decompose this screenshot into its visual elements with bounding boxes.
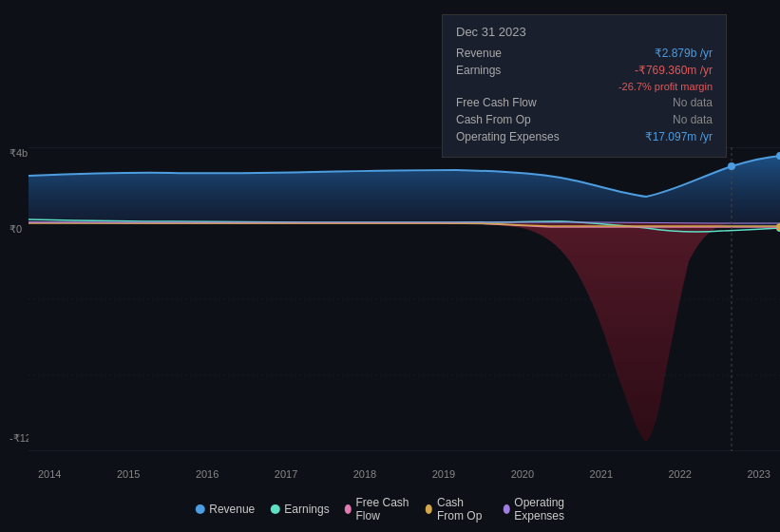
legend-label-fcf: Free Cash Flow bbox=[355, 496, 410, 522]
legend-label-cashfromop: Cash From Op bbox=[437, 496, 488, 522]
tooltip-label-revenue: Revenue bbox=[456, 47, 570, 60]
tooltip-value-revenue: ₹2.879b /yr bbox=[655, 47, 713, 60]
tooltip-label-earnings: Earnings bbox=[456, 64, 570, 77]
tooltip-row-earnings: Earnings -₹769.360m /yr bbox=[456, 64, 713, 77]
tooltip-row-cashfromop: Cash From Op No data bbox=[456, 113, 713, 126]
x-label-2018: 2018 bbox=[353, 468, 376, 480]
legend-label-revenue: Revenue bbox=[209, 503, 255, 516]
x-axis-labels: 2014 2015 2016 2017 2018 2019 2020 2021 … bbox=[38, 468, 770, 480]
x-label-2019: 2019 bbox=[432, 468, 455, 480]
legend-item-opex[interactable]: Operating Expenses bbox=[503, 496, 584, 522]
tooltip-row-opex: Operating Expenses ₹17.097m /yr bbox=[456, 130, 713, 143]
x-label-2015: 2015 bbox=[117, 468, 140, 480]
y-label-mid: ₹0 bbox=[10, 223, 22, 236]
tooltip-label-opex: Operating Expenses bbox=[456, 130, 570, 143]
tooltip-label-fcf: Free Cash Flow bbox=[456, 96, 570, 109]
legend-dot-fcf bbox=[345, 504, 352, 514]
legend-label-earnings: Earnings bbox=[284, 503, 329, 516]
tooltip-value-opex: ₹17.097m /yr bbox=[645, 130, 713, 143]
tooltip-row-margin: -26.7% profit margin bbox=[456, 81, 713, 92]
tooltip-box: Dec 31 2023 Revenue ₹2.879b /yr Earnings… bbox=[442, 14, 727, 158]
tooltip-label-cashfromop: Cash From Op bbox=[456, 113, 570, 126]
tooltip-row-revenue: Revenue ₹2.879b /yr bbox=[456, 47, 713, 60]
x-label-2023: 2023 bbox=[747, 468, 770, 480]
legend-item-revenue[interactable]: Revenue bbox=[195, 503, 255, 516]
tooltip-value-fcf: No data bbox=[673, 96, 713, 109]
x-label-2017: 2017 bbox=[275, 468, 297, 480]
main-chart-svg bbox=[29, 147, 780, 451]
x-label-2022: 2022 bbox=[669, 468, 692, 480]
legend-item-earnings[interactable]: Earnings bbox=[270, 503, 329, 516]
tooltip-value-earnings: -₹769.360m /yr bbox=[635, 64, 713, 77]
chart-container: Dec 31 2023 Revenue ₹2.879b /yr Earnings… bbox=[0, 0, 780, 532]
legend-item-fcf[interactable]: Free Cash Flow bbox=[345, 496, 411, 522]
tooltip-row-fcf: Free Cash Flow No data bbox=[456, 96, 713, 109]
svg-point-8 bbox=[728, 162, 735, 170]
x-label-2014: 2014 bbox=[38, 468, 61, 480]
legend-dot-opex bbox=[503, 504, 509, 514]
legend-label-opex: Operating Expenses bbox=[514, 496, 584, 522]
legend-dot-cashfromop bbox=[426, 504, 432, 514]
legend-dot-revenue bbox=[195, 504, 204, 514]
x-label-2020: 2020 bbox=[511, 468, 534, 480]
tooltip-value-margin: -26.7% profit margin bbox=[618, 81, 713, 92]
legend-dot-earnings bbox=[270, 504, 279, 514]
x-label-2021: 2021 bbox=[590, 468, 613, 480]
tooltip-value-cashfromop: No data bbox=[673, 113, 713, 126]
y-label-top: ₹4b bbox=[10, 147, 28, 160]
legend: Revenue Earnings Free Cash Flow Cash Fro… bbox=[195, 496, 585, 522]
tooltip-date: Dec 31 2023 bbox=[456, 25, 713, 39]
legend-item-cashfromop[interactable]: Cash From Op bbox=[426, 496, 487, 522]
x-label-2016: 2016 bbox=[196, 468, 219, 480]
